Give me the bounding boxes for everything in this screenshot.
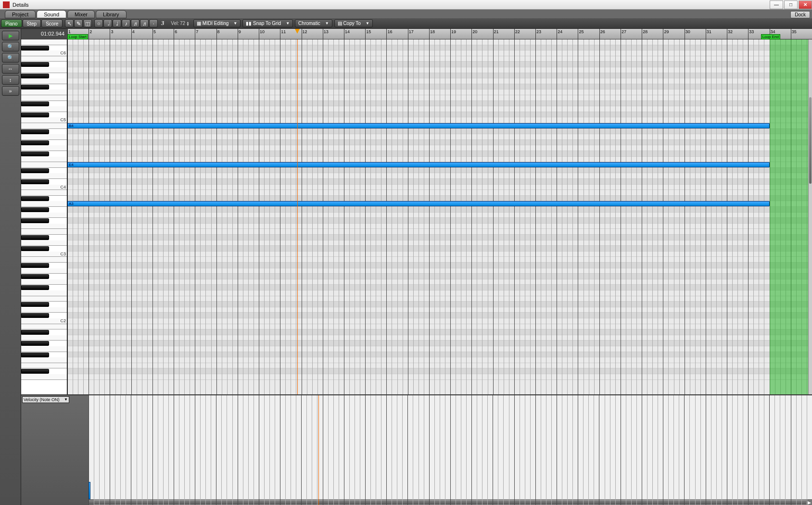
expand-button[interactable]: » xyxy=(2,86,19,96)
play-button[interactable]: ▶ xyxy=(2,31,19,40)
scroll-right-button[interactable]: ▶ xyxy=(806,500,812,505)
controller-lane-sidebar: Velocity (Note ON)▼ xyxy=(21,395,89,505)
triplet-value[interactable]: 3 xyxy=(161,20,164,27)
piano-roll: C6C5C4C3C2 B4E4A3 xyxy=(21,39,812,394)
maximize-button[interactable]: □ xyxy=(784,0,798,9)
pointer-tool-button[interactable]: ↖ xyxy=(65,19,74,27)
velocity-label: Vel: xyxy=(171,21,179,26)
pencil-tool-button[interactable]: ✎ xyxy=(74,19,83,27)
dotted-note-button[interactable]: · xyxy=(149,19,158,27)
time-ruler[interactable]: 1234567891011121314151617181920212223242… xyxy=(67,29,812,39)
note-grid[interactable]: B4E4A3 xyxy=(67,39,812,394)
eraser-tool-button[interactable]: ◫ xyxy=(83,19,92,27)
scale-dropdown[interactable]: Chromatic▼ xyxy=(295,19,332,27)
velocity-bar[interactable] xyxy=(89,482,90,499)
thirtysecond-note-button[interactable]: ♬ xyxy=(140,19,149,27)
close-button[interactable]: ✕ xyxy=(799,0,812,9)
midi-note[interactable]: A3 xyxy=(67,201,770,206)
eighth-note-button[interactable]: ♪ xyxy=(122,19,130,27)
window-controls: — □ ✕ xyxy=(769,0,812,9)
velocity-spinner[interactable]: ▲▼ xyxy=(186,21,190,26)
controller-lane: Velocity (Note ON)▼ ◀ ▶ xyxy=(21,394,812,505)
viewtab-score[interactable]: Score xyxy=(41,19,63,27)
midi-note[interactable]: E4 xyxy=(67,162,770,167)
quarter-note-button[interactable]: ♩ xyxy=(113,19,121,27)
zoom-fit-h-button[interactable]: ↔ xyxy=(2,64,19,74)
scrollbar-thumb[interactable] xyxy=(809,97,812,184)
tab-library[interactable]: Library xyxy=(96,10,127,18)
viewtab-step[interactable]: Step xyxy=(23,19,41,27)
velocity-editor[interactable]: ◀ ▶ xyxy=(89,395,812,505)
velocity-value: 72 xyxy=(180,21,185,26)
viewtab-piano[interactable]: Piano xyxy=(1,19,22,27)
window-title: Details xyxy=(13,2,29,8)
snap-dropdown[interactable]: ▮▮ Snap To Grid▼ xyxy=(242,19,293,27)
minimize-button[interactable]: — xyxy=(770,0,783,9)
mode-dropdown[interactable]: ▦ MIDI Editing▼ xyxy=(193,19,241,27)
zoom-in-button[interactable]: 🔍 xyxy=(2,42,19,51)
tab-project[interactable]: Project xyxy=(5,10,36,18)
left-toolbar: ▶ 🔍 🔍 ↔ ↕ » xyxy=(0,29,21,505)
timecode-display: 01:02.944 xyxy=(21,29,67,39)
sixteenth-note-button[interactable]: ♬ xyxy=(131,19,140,27)
midi-note[interactable]: B4 xyxy=(67,123,770,128)
titlebar: Details — □ ✕ xyxy=(0,0,812,10)
toolbar: Piano Step Score ↖ ✎ ◫ ○ 𝅗𝅥 ♩ ♪ ♬ ♬ · 3 … xyxy=(0,18,812,29)
time-ruler-area: 01:02.944 123456789101112131415161718192… xyxy=(21,29,812,39)
tab-mixer[interactable]: Mixer xyxy=(67,10,95,18)
half-note-button[interactable]: 𝅗𝅥 xyxy=(103,19,112,27)
view-tabbar: Project Sound Mixer Library Dock xyxy=(0,10,812,18)
piano-keys[interactable]: C6C5C4C3C2 xyxy=(21,39,67,394)
tab-sound[interactable]: Sound xyxy=(37,10,66,18)
whole-note-button[interactable]: ○ xyxy=(94,19,103,27)
controller-type-dropdown[interactable]: Velocity (Note ON)▼ xyxy=(22,396,69,403)
zoom-out-button[interactable]: 🔍 xyxy=(2,53,19,63)
vertical-scrollbar[interactable] xyxy=(808,39,812,394)
velocity-field[interactable]: Vel: 72 ▲▼ xyxy=(169,21,191,26)
dock-button[interactable]: Dock xyxy=(790,11,810,18)
app-icon xyxy=(3,1,10,8)
zoom-fit-v-button[interactable]: ↕ xyxy=(2,75,19,85)
copy-dropdown[interactable]: ▤ Copy To▼ xyxy=(334,19,373,27)
